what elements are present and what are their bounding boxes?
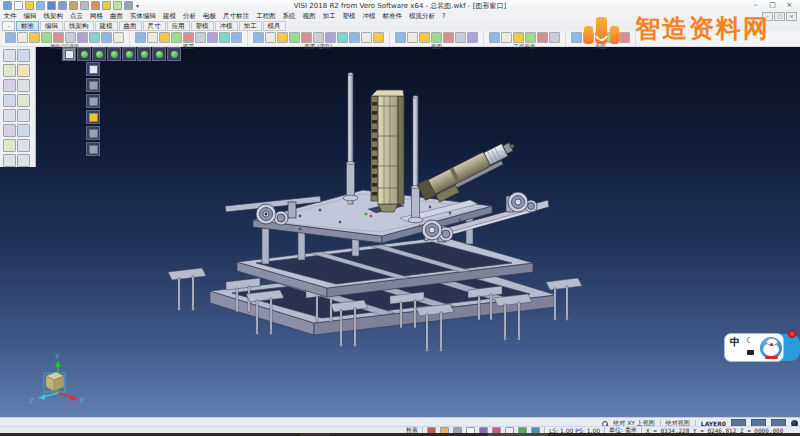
menu-item[interactable]: 模流分析 bbox=[406, 12, 439, 21]
ime-language-button[interactable]: 中 bbox=[730, 337, 740, 347]
new-file-icon[interactable] bbox=[3, 1, 12, 10]
toolbar-icon[interactable] bbox=[113, 32, 124, 43]
toolbar-icon[interactable] bbox=[301, 32, 312, 43]
menu-item[interactable]: 工程图 bbox=[253, 12, 280, 21]
tool-icon[interactable] bbox=[3, 124, 16, 137]
mdi-close-button[interactable]: × bbox=[786, 12, 797, 21]
ribbon-tab-standard[interactable]: 标准 bbox=[16, 21, 39, 31]
import-icon[interactable] bbox=[36, 1, 45, 10]
toolbar-icon[interactable] bbox=[549, 32, 560, 43]
toolbar-icon[interactable] bbox=[313, 32, 324, 43]
menu-item[interactable]: 塑模 bbox=[339, 12, 359, 21]
redo-icon[interactable] bbox=[113, 1, 122, 10]
menu-item[interactable]: 电极 bbox=[200, 12, 220, 21]
toolbar-icon[interactable] bbox=[77, 32, 88, 43]
ribbon-tab[interactable]: 曲面 bbox=[119, 21, 142, 31]
toolbar-icon[interactable] bbox=[5, 32, 16, 43]
ribbon-tab[interactable]: 冲模 bbox=[215, 21, 238, 31]
toolbar-icon[interactable] bbox=[431, 32, 442, 43]
toolbar-icon[interactable] bbox=[17, 32, 28, 43]
toolbar-icon[interactable] bbox=[183, 32, 194, 43]
menu-item[interactable]: 视图 bbox=[299, 12, 319, 21]
tool-icon[interactable] bbox=[3, 79, 16, 92]
toolbar-icon[interactable] bbox=[571, 32, 582, 43]
toolbar-icon[interactable] bbox=[65, 32, 76, 43]
menu-item-help[interactable]: ? bbox=[439, 12, 449, 21]
menu-item[interactable]: 系统 bbox=[279, 12, 299, 21]
menu-item[interactable]: 点云 bbox=[67, 12, 87, 21]
tool-icon[interactable] bbox=[17, 49, 30, 62]
3d-viewport[interactable]: Y X Z bbox=[0, 46, 800, 417]
tool-icon[interactable] bbox=[17, 124, 30, 137]
export-icon[interactable] bbox=[69, 1, 78, 10]
menu-item[interactable]: 曲面 bbox=[107, 12, 127, 21]
toolbar-icon[interactable] bbox=[525, 32, 536, 43]
print-icon[interactable] bbox=[80, 1, 89, 10]
delete-icon[interactable] bbox=[91, 1, 100, 10]
toolbar-icon[interactable] bbox=[53, 32, 64, 43]
toolbar-icon[interactable] bbox=[373, 32, 384, 43]
toolbar-icon[interactable] bbox=[171, 32, 182, 43]
menu-item[interactable]: 冲模 bbox=[359, 12, 379, 21]
toolbar-icon[interactable] bbox=[277, 32, 288, 43]
tool-icon[interactable] bbox=[17, 79, 30, 92]
tool-icon[interactable] bbox=[17, 64, 30, 77]
save-as-icon[interactable] bbox=[58, 1, 67, 10]
toolbar-icon[interactable] bbox=[101, 32, 112, 43]
tool-icon[interactable] bbox=[17, 94, 30, 107]
ribbon-tab[interactable]: 应用 bbox=[167, 21, 190, 31]
menu-item[interactable]: 网格 bbox=[87, 12, 107, 21]
menu-item[interactable]: 分析 bbox=[180, 12, 200, 21]
ribbon-tab[interactable]: 尺寸 bbox=[143, 21, 166, 31]
toolbar-icon[interactable] bbox=[455, 32, 466, 43]
toolbar-icon[interactable] bbox=[253, 32, 264, 43]
menu-item[interactable]: 实体编辑 bbox=[127, 12, 160, 21]
toolbar-icon[interactable] bbox=[337, 32, 348, 43]
moon-icon[interactable]: ☾ bbox=[746, 336, 753, 345]
toolbar-icon[interactable] bbox=[349, 32, 360, 43]
menu-item[interactable]: 建模 bbox=[160, 12, 180, 21]
toolbar-icon[interactable] bbox=[443, 32, 454, 43]
toolbar-icon[interactable] bbox=[195, 32, 206, 43]
ribbon-tab[interactable]: 加工 bbox=[239, 21, 262, 31]
ribbon-tab[interactable]: 建模 bbox=[95, 21, 118, 31]
close-button[interactable]: × bbox=[781, 0, 798, 11]
toolbar-icon[interactable] bbox=[289, 32, 300, 43]
toolbar-icon[interactable] bbox=[29, 32, 40, 43]
toolbar-icon[interactable] bbox=[501, 32, 512, 43]
toolbar-icon[interactable] bbox=[325, 32, 336, 43]
settings-icon[interactable] bbox=[124, 1, 133, 10]
toolbar-icon[interactable] bbox=[395, 32, 406, 43]
tool-icon[interactable] bbox=[3, 109, 16, 122]
toolbar-icon[interactable] bbox=[513, 32, 524, 43]
tool-icon[interactable] bbox=[3, 154, 16, 167]
ribbon-tab[interactable]: 线架构 bbox=[64, 21, 94, 31]
tool-icon[interactable] bbox=[3, 139, 16, 152]
toolbar-icon[interactable] bbox=[41, 32, 52, 43]
menu-item[interactable]: 标准件 bbox=[379, 12, 406, 21]
toolbar-icon[interactable] bbox=[467, 32, 478, 43]
toolbar-icon[interactable] bbox=[407, 32, 418, 43]
tool-icon[interactable] bbox=[17, 109, 30, 122]
toolbar-icon[interactable] bbox=[231, 32, 242, 43]
ime-keyboard-icon[interactable] bbox=[747, 350, 754, 355]
ribbon-tab[interactable]: 编辑 bbox=[40, 21, 63, 31]
toolbar-icon[interactable] bbox=[89, 32, 100, 43]
open-file-icon[interactable] bbox=[14, 1, 23, 10]
toolbar-icon[interactable] bbox=[135, 32, 146, 43]
minimize-button[interactable]: – bbox=[747, 0, 764, 11]
quick-access-overflow[interactable]: ▾ bbox=[136, 2, 139, 9]
toolbar-icon[interactable] bbox=[419, 32, 430, 43]
tool-icon[interactable] bbox=[3, 49, 16, 62]
tool-icon[interactable] bbox=[3, 64, 16, 77]
menu-item[interactable]: 文件 bbox=[0, 12, 20, 21]
mdi-restore-button[interactable]: □ bbox=[774, 12, 785, 21]
ribbon-collapse-button[interactable]: - bbox=[2, 21, 15, 31]
menu-item[interactable]: 线架构 bbox=[40, 12, 67, 21]
tool-icon[interactable] bbox=[17, 154, 30, 167]
toolbar-icon[interactable] bbox=[265, 32, 276, 43]
menu-item[interactable]: 尺寸标注 bbox=[220, 12, 253, 21]
toolbar-icon[interactable] bbox=[219, 32, 230, 43]
ribbon-tab[interactable]: 塑模 bbox=[191, 21, 214, 31]
menu-item[interactable]: 编辑 bbox=[20, 12, 40, 21]
